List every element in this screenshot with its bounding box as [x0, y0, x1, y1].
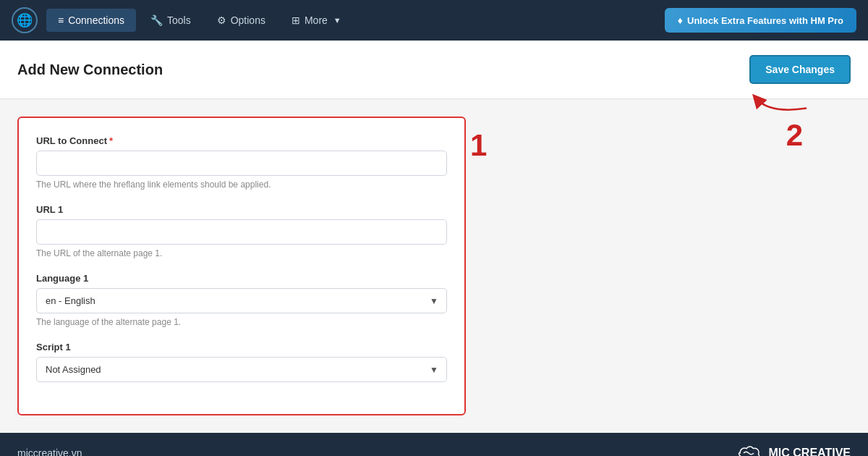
diamond-icon: ♦	[678, 14, 683, 26]
content-area: Add New Connection Save Changes 2 1	[0, 41, 868, 433]
nav-tab-connections[interactable]: ≡ Connections	[46, 9, 136, 32]
url1-group: URL 1 The URL of the alternate page 1.	[36, 204, 447, 258]
page-title: Add New Connection	[17, 62, 163, 78]
script1-select[interactable]: Not Assigned Latin Cyrillic Arabic Han	[36, 357, 447, 382]
url-to-connect-input[interactable]	[36, 151, 447, 176]
required-indicator: *	[109, 135, 113, 146]
nav-tab-more[interactable]: ⊞ More ▼	[280, 9, 353, 32]
footer-brand: MIC CREATIVE	[736, 444, 851, 456]
nav-tabs: ≡ Connections 🔧 Tools ⚙ Options ⊞ More ▼	[46, 9, 665, 32]
language1-label: Language 1	[36, 273, 447, 284]
options-icon: ⚙	[217, 14, 226, 26]
tools-icon: 🔧	[150, 14, 163, 26]
language1-group: Language 1 en - English fr - French de -…	[36, 273, 447, 327]
mic-creative-logo	[736, 444, 762, 456]
script1-label: Script 1	[36, 342, 447, 352]
top-navigation: 🌐 ≡ Connections 🔧 Tools ⚙ Options ⊞ More…	[0, 0, 868, 41]
nav-tab-tools[interactable]: 🔧 Tools	[139, 9, 203, 32]
page-header: Add New Connection Save Changes 2	[0, 41, 868, 99]
language1-help: The language of the alternate page 1.	[36, 317, 447, 327]
unlock-pro-button[interactable]: ♦ Unlock Extra Features with HM Pro	[665, 8, 856, 33]
url-to-connect-label: URL to Connect *	[36, 135, 447, 146]
main-content: 1 URL to Connect * The URL where the hre…	[0, 99, 868, 433]
connections-icon: ≡	[58, 14, 64, 26]
language1-select[interactable]: en - English fr - French de - German es …	[36, 288, 447, 313]
url-to-connect-help: The URL where the hreflang link elements…	[36, 180, 447, 190]
grid-icon: ⊞	[292, 14, 300, 26]
script1-group: Script 1 Not Assigned Latin Cyrillic Ara…	[36, 342, 447, 382]
url-to-connect-group: URL to Connect * The URL where the hrefl…	[36, 135, 447, 190]
url1-input[interactable]	[36, 219, 447, 245]
globe-icon[interactable]: 🌐	[12, 7, 38, 33]
language1-select-wrapper: en - English fr - French de - German es …	[36, 288, 447, 313]
chevron-down-icon: ▼	[333, 16, 341, 25]
script1-select-wrapper: Not Assigned Latin Cyrillic Arabic Han ▼	[36, 357, 447, 382]
footer-brand-name: MIC CREATIVE	[769, 447, 851, 456]
annotation-number-1: 1	[470, 128, 487, 163]
footer: miccreative.vn MIC CREATIVE	[0, 433, 868, 456]
nav-tab-options[interactable]: ⚙ Options	[205, 9, 277, 32]
url1-help: The URL of the alternate page 1.	[36, 248, 447, 258]
new-connection-form-card: URL to Connect * The URL where the hrefl…	[17, 117, 466, 415]
footer-domain: miccreative.vn	[17, 447, 82, 456]
url1-label: URL 1	[36, 204, 447, 215]
